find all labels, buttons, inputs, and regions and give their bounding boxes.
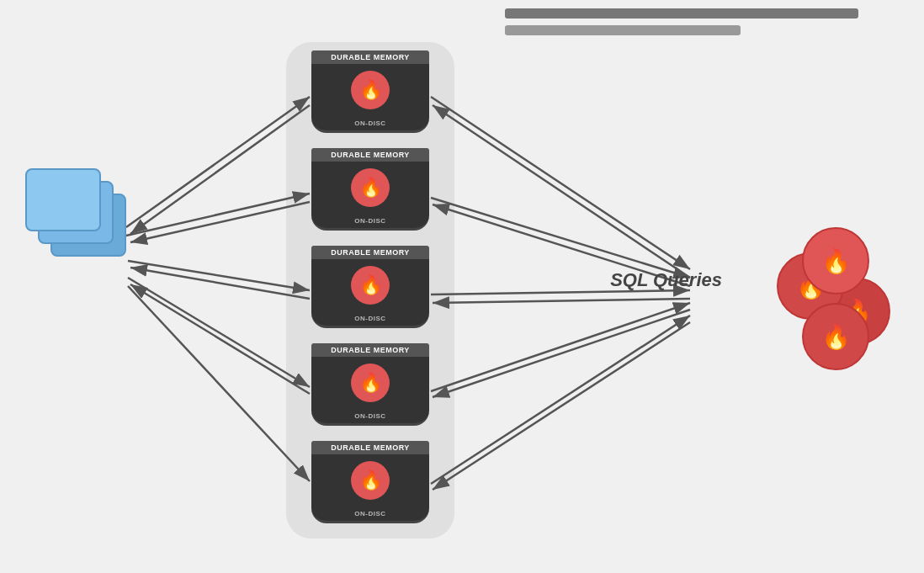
node-3-label: DURABLE MEMORY: [311, 246, 429, 259]
node-4-flame: 🔥: [351, 363, 390, 402]
diagram-container: DURABLE MEMORY 🔥 ON-DISC DURABLE MEMORY …: [0, 0, 924, 573]
svg-line-9: [431, 97, 690, 269]
svg-line-0: [126, 97, 310, 227]
node-4-label: DURABLE MEMORY: [311, 343, 429, 357]
svg-line-3: [130, 202, 310, 242]
svg-line-14: [433, 299, 690, 303]
node-4-disc: ON-DISC: [311, 409, 429, 426]
flame-icon-4: 🔥: [359, 374, 382, 392]
flame-icon-3: 🔥: [359, 276, 382, 294]
svg-line-17: [431, 316, 690, 484]
svg-line-16: [433, 310, 690, 397]
svg-line-4: [128, 261, 310, 290]
top-label-area: [505, 8, 924, 42]
node-2-disc: ON-DISC: [311, 214, 429, 231]
node-5: DURABLE MEMORY 🔥 ON-DISC: [311, 441, 429, 523]
flame-icon-2: 🔥: [359, 178, 382, 197]
node-2: DURABLE MEMORY 🔥 ON-DISC: [311, 148, 429, 231]
flame-icon-1: 🔥: [359, 81, 382, 99]
node-3-disc: ON-DISC: [311, 311, 429, 328]
svg-line-2: [126, 194, 310, 236]
blue-square-front: [25, 168, 101, 231]
svg-line-8: [128, 286, 310, 481]
node-5-flame: 🔥: [351, 461, 390, 500]
node-1-flame: 🔥: [351, 71, 390, 109]
node-5-disc: ON-DISC: [311, 507, 429, 523]
svg-line-11: [431, 198, 690, 278]
svg-line-5: [130, 268, 310, 299]
node-3-icon: 🔥: [311, 259, 429, 311]
node-5-icon: 🔥: [311, 454, 429, 507]
red-circle-front: 🔥: [802, 227, 869, 294]
node-4: DURABLE MEMORY 🔥 ON-DISC: [311, 343, 429, 426]
node-4-icon: 🔥: [311, 357, 429, 409]
svg-line-1: [130, 105, 310, 234]
red-circle-bottom: 🔥: [802, 303, 869, 370]
node-5-label: DURABLE MEMORY: [311, 441, 429, 454]
flame-icon-5: 🔥: [359, 471, 382, 490]
node-2-icon: 🔥: [311, 162, 429, 214]
node-1-disc: ON-DISC: [311, 116, 429, 133]
svg-line-6: [128, 278, 310, 387]
sql-queries-label: SQL Queries: [610, 269, 722, 291]
node-2-label: DURABLE MEMORY: [311, 148, 429, 162]
svg-line-7: [130, 284, 310, 394]
svg-line-10: [433, 105, 690, 278]
node-1-icon: 🔥: [311, 64, 429, 116]
top-bar-medium: [505, 25, 741, 35]
node-2-flame: 🔥: [351, 168, 390, 207]
svg-line-18: [433, 322, 690, 490]
top-bar-wide: [505, 8, 858, 19]
nodes-column: DURABLE MEMORY 🔥 ON-DISC DURABLE MEMORY …: [311, 50, 429, 523]
node-1-label: DURABLE MEMORY: [311, 50, 429, 64]
node-3-flame: 🔥: [351, 266, 390, 305]
node-3: DURABLE MEMORY 🔥 ON-DISC: [311, 246, 429, 328]
node-1: DURABLE MEMORY 🔥 ON-DISC: [311, 50, 429, 133]
svg-line-15: [431, 303, 690, 391]
